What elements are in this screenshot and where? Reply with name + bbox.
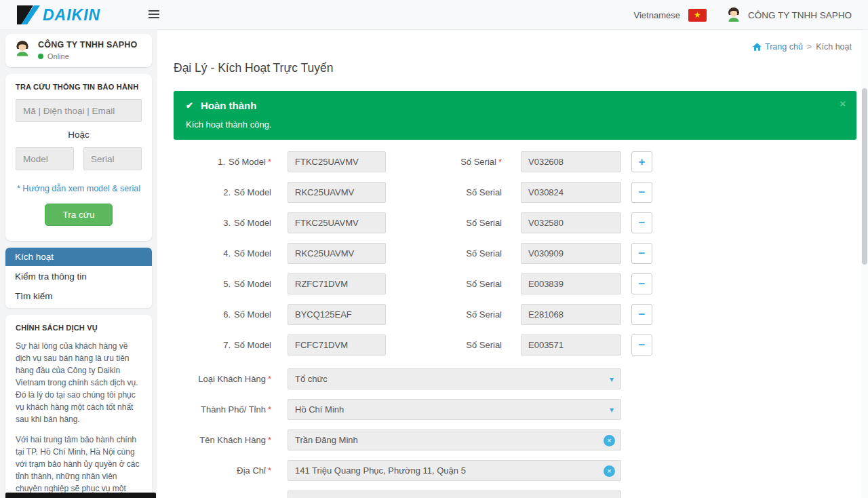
serial-label: Số Serial xyxy=(466,218,502,228)
customer-type-label: Loại Khách Hàng xyxy=(198,374,266,384)
customer-type-select[interactable]: Tổ chức ▾ xyxy=(288,368,621,389)
required-mark: * xyxy=(268,465,271,476)
service-policy-panel: CHÍNH SÁCH DỊCH VỤ Sự hài lòng của khách… xyxy=(5,315,152,498)
model-input-5[interactable] xyxy=(288,273,386,294)
product-row-4: 4.Số Model Số Serial − xyxy=(174,243,861,264)
success-alert: ✔ Hoàn thành Kích hoạt thành công. × xyxy=(174,91,856,140)
clear-icon[interactable]: × xyxy=(604,465,615,477)
product-row-3: 3.Số Model Số Serial − xyxy=(174,212,861,233)
serial-input-1[interactable] xyxy=(521,151,621,172)
serial-input-6[interactable] xyxy=(521,304,621,325)
serial-label: Số Serial xyxy=(466,309,502,320)
minus-icon: − xyxy=(639,216,646,229)
serial-label: Số Serial xyxy=(466,279,502,289)
row-index: 5. xyxy=(223,279,231,289)
language-selector[interactable]: Vietnamese xyxy=(634,10,680,20)
policy-title: CHÍNH SÁCH DỊCH VỤ xyxy=(16,324,142,332)
warranty-lookup-panel: TRA CỨU THÔNG TIN BẢO HÀNH Hoặc * Hướng … xyxy=(5,74,152,241)
row-index: 6. xyxy=(223,309,231,320)
remove-row-button[interactable]: − xyxy=(631,273,652,294)
customer-name-input[interactable]: Trần Đăng Minh × xyxy=(288,429,621,451)
address-input[interactable]: 141 Triệu Quang Phục, Phường 11, Quận 5 … xyxy=(288,460,621,481)
breadcrumb-current: Kích hoạt xyxy=(816,42,852,52)
minus-icon: − xyxy=(639,247,646,260)
row-index: 1. xyxy=(218,157,225,167)
chevron-down-icon: ▾ xyxy=(610,405,614,415)
vietnam-flag-icon[interactable]: ★ xyxy=(688,9,707,22)
daikin-logo[interactable]: DAIKIN xyxy=(16,5,100,25)
chevron-down-icon: ▾ xyxy=(610,375,614,384)
model-input-3[interactable] xyxy=(288,212,386,233)
lookup-serial-input[interactable] xyxy=(83,147,142,170)
model-label: Số Model xyxy=(234,340,271,350)
product-row-6: 6.Số Model Số Serial − xyxy=(174,304,861,325)
minus-icon: − xyxy=(639,308,646,321)
home-icon xyxy=(753,43,762,51)
online-status-dot xyxy=(38,54,43,59)
remove-row-button[interactable]: − xyxy=(631,334,652,356)
row-index: 4. xyxy=(223,248,231,258)
serial-input-3[interactable] xyxy=(521,212,621,233)
serial-input-5[interactable] xyxy=(521,273,621,294)
required-mark: * xyxy=(268,374,271,384)
row-index: 2. xyxy=(223,187,231,197)
page-scrollbar xyxy=(861,30,868,498)
scrollbar-thumb[interactable] xyxy=(862,88,867,265)
serial-input-2[interactable] xyxy=(521,182,621,203)
sidebar: CÔNG TY TNHH SAPHO Online TRA CỨU THÔNG … xyxy=(0,30,157,498)
sidebar-item-tim-kiem[interactable]: Tìm kiếm xyxy=(5,287,152,305)
customer-name-label: Tên Khách Hàng xyxy=(199,435,266,445)
customer-name-row: Tên Khách Hàng* Trần Đăng Minh × xyxy=(174,429,861,451)
remove-row-button[interactable]: − xyxy=(631,304,652,325)
serial-label: Số Serial xyxy=(466,187,502,197)
header-user-menu[interactable]: CÔNG TY TNHH SAPHO xyxy=(726,7,852,23)
serial-input-4[interactable] xyxy=(521,243,621,264)
alert-message: Kích hoạt thành công. xyxy=(186,119,844,130)
product-row-2: 2.Số Model Số Serial − xyxy=(174,182,861,203)
serial-label: Số Serial xyxy=(466,340,502,350)
sidebar-item-kich-hoat[interactable]: Kích hoạt xyxy=(5,248,152,266)
lookup-search-button[interactable]: Tra cứu xyxy=(45,204,113,226)
policy-paragraph: Với hai trung tâm bảo hành chính tại TP.… xyxy=(16,434,142,498)
main-content: Trang chủ > Kích hoạt Đại Lý - Kích Hoạt… xyxy=(157,30,861,498)
model-label: Số Model xyxy=(234,309,271,320)
header-user-name: CÔNG TY TNHH SAPHO xyxy=(748,10,852,20)
model-serial-guide-link[interactable]: * Hướng dẫn xem model & serial xyxy=(16,184,142,193)
sidebar-user-card: CÔNG TY TNHH SAPHO Online xyxy=(5,34,152,67)
lookup-model-input[interactable] xyxy=(16,147,74,170)
row-index: 3. xyxy=(223,218,231,228)
model-input-2[interactable] xyxy=(288,182,386,203)
remove-row-button[interactable]: − xyxy=(631,243,652,264)
lookup-title: TRA CỨU THÔNG TIN BẢO HÀNH xyxy=(16,83,142,91)
menu-icon[interactable] xyxy=(149,10,159,20)
required-mark: * xyxy=(498,157,502,167)
check-icon: ✔ xyxy=(186,100,193,111)
minus-icon: − xyxy=(639,186,646,199)
avatar-icon xyxy=(726,7,742,23)
lookup-code-input[interactable] xyxy=(16,99,142,122)
model-input-7[interactable] xyxy=(288,334,386,356)
next-field-partial[interactable] xyxy=(288,491,621,498)
remove-row-button[interactable]: − xyxy=(631,212,652,233)
clear-icon[interactable]: × xyxy=(604,435,615,446)
serial-input-7[interactable] xyxy=(521,334,621,356)
sidebar-item-kiem-tra-thong-tin[interactable]: Kiểm tra thông tin xyxy=(5,267,152,286)
serial-label: Số Serial xyxy=(460,157,496,167)
product-row-7: 7.Số Model Số Serial − xyxy=(174,334,861,356)
close-icon[interactable]: × xyxy=(840,98,846,109)
product-row-1: 1.Số Model* Số Serial* + xyxy=(174,151,861,172)
page-title: Đại Lý - Kích Hoạt Trực Tuyến xyxy=(174,61,861,75)
address-row: Địa Chỉ* 141 Triệu Quang Phục, Phường 11… xyxy=(174,460,861,481)
remove-row-button[interactable]: − xyxy=(631,182,652,203)
model-input-6[interactable] xyxy=(288,304,386,325)
city-select[interactable]: Hồ Chí Minh ▾ xyxy=(288,399,621,420)
breadcrumb-separator: > xyxy=(807,42,812,52)
add-row-button[interactable]: + xyxy=(631,151,652,172)
daikin-logo-mark xyxy=(16,5,41,25)
header-right: Vietnamese ★ CÔNG TY TNHH SAPHO xyxy=(634,0,852,30)
city-label: Thành Phố/ Tỉnh xyxy=(201,404,266,415)
top-header: DAIKIN Vietnamese ★ CÔNG TY TNHH SAPHO xyxy=(0,0,868,30)
breadcrumb-home-link[interactable]: Trang chủ xyxy=(753,42,803,52)
model-input-4[interactable] xyxy=(288,243,386,264)
model-input-1[interactable] xyxy=(288,151,386,172)
